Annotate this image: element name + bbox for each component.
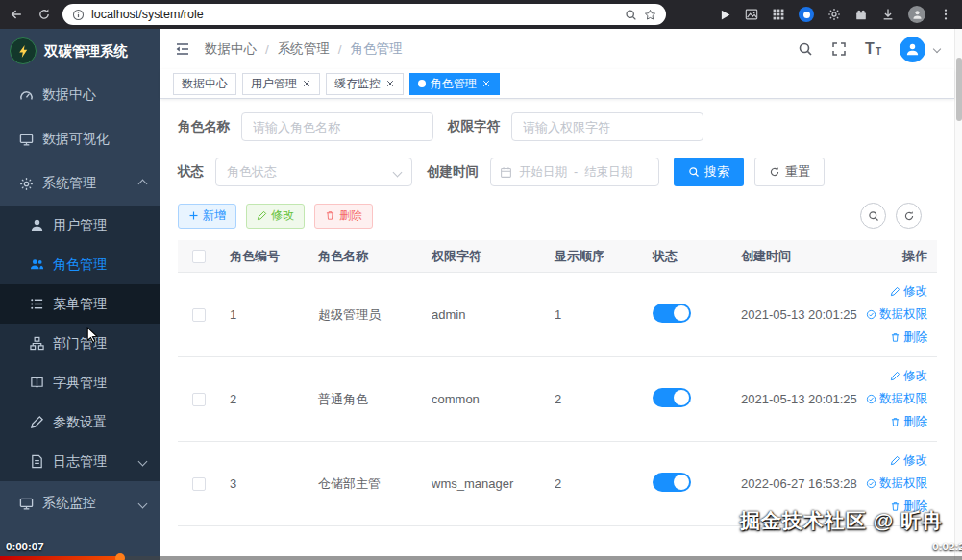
tab-label: 用户管理: [251, 76, 297, 92]
search-button[interactable]: 搜索: [674, 158, 744, 186]
zoom-icon[interactable]: [625, 9, 637, 21]
tab-close-icon[interactable]: [385, 79, 395, 88]
play-icon[interactable]: [719, 9, 731, 21]
select-all-checkbox[interactable]: [192, 250, 206, 263]
edit-icon: [30, 415, 44, 429]
video-progress-bar[interactable]: [0, 556, 962, 560]
back-icon[interactable]: [10, 8, 23, 21]
row-delete-link[interactable]: 删除: [890, 329, 927, 346]
fullscreen-icon[interactable]: [831, 41, 847, 57]
app-logo: 双碳管理系统: [0, 29, 160, 73]
row-edit-link[interactable]: 修改: [890, 452, 927, 469]
more-menu-icon[interactable]: [939, 8, 952, 21]
reload-icon[interactable]: [37, 8, 51, 21]
breadcrumb-separator: /: [265, 42, 269, 57]
tab-user-mgmt[interactable]: 用户管理: [242, 73, 320, 95]
toggle-search-button[interactable]: [860, 203, 886, 229]
perm-cell: wms_manager: [422, 476, 545, 491]
sidebar-item-label: 字典管理: [53, 375, 107, 392]
tab-close-icon[interactable]: [302, 79, 311, 88]
status-toggle[interactable]: [653, 388, 691, 407]
sidebar-item-dept-mgmt[interactable]: 部门管理: [0, 324, 160, 363]
row-select-cell: [178, 308, 220, 322]
row-edit-link[interactable]: 修改: [890, 368, 927, 384]
delete-button[interactable]: 删除: [314, 204, 373, 229]
row-actions-cell: 修改 数据权限 删除: [860, 368, 937, 430]
monitor-icon: [19, 497, 34, 511]
chevron-down-icon: [393, 167, 403, 177]
perm-label: 权限字符: [448, 118, 500, 135]
video-total-time: 0:02:23: [932, 541, 962, 552]
downloads-icon[interactable]: [881, 8, 895, 21]
plus-icon: [188, 210, 199, 221]
role-id-cell: 1: [220, 307, 308, 322]
sidebar-item-dict-mgmt[interactable]: 字典管理: [0, 363, 160, 402]
status-select[interactable]: 角色状态: [215, 158, 412, 186]
role-name-input[interactable]: [241, 112, 433, 141]
tab-data-center[interactable]: 数据中心: [173, 73, 236, 95]
settings-gear-icon[interactable]: [827, 8, 841, 21]
breadcrumb-item[interactable]: 数据中心: [205, 40, 257, 58]
search-icon[interactable]: [798, 41, 813, 57]
images-icon[interactable]: [745, 8, 758, 21]
bookmark-star-icon[interactable]: [644, 9, 656, 21]
user-avatar[interactable]: [900, 37, 925, 62]
breadcrumb-item[interactable]: 系统管理: [278, 40, 330, 58]
video-progress-fill: [0, 556, 120, 560]
status-toggle[interactable]: [653, 473, 691, 492]
perm-cell: common: [422, 392, 545, 406]
date-range-picker[interactable]: 开始日期 - 结束日期: [490, 158, 659, 186]
sidebar-item-user-mgmt[interactable]: 用户管理: [0, 206, 160, 245]
sidebar-item-system-monitor[interactable]: 系统监控: [0, 481, 160, 525]
add-button[interactable]: 新增: [178, 204, 236, 229]
tab-cache-monitor[interactable]: 缓存监控: [326, 73, 404, 95]
date-separator: -: [574, 165, 578, 179]
perm-input[interactable]: [511, 112, 703, 141]
tab-label: 数据中心: [182, 76, 228, 92]
page-scrollbar[interactable]: [954, 29, 962, 560]
row-data-scope-link[interactable]: 数据权限: [866, 391, 927, 407]
apps-grid-icon[interactable]: [772, 8, 785, 21]
roles-table: 角色编号 角色名称 权限字符 显示顺序 状态 创建时间 操作 1 超级管理员 a…: [178, 240, 937, 526]
sidebar-item-system-mgmt[interactable]: 系统管理: [0, 161, 160, 206]
sidebar-item-label: 系统管理: [42, 175, 96, 192]
row-data-scope-link[interactable]: 数据权限: [866, 306, 927, 323]
sidebar-item-role-mgmt[interactable]: 角色管理: [0, 245, 160, 284]
row-checkbox[interactable]: [192, 308, 206, 322]
row-checkbox[interactable]: [192, 393, 206, 406]
sidebar-item-data-center[interactable]: 数据中心: [0, 73, 160, 117]
reset-button[interactable]: 重置: [754, 158, 825, 186]
sidebar-item-log-mgmt[interactable]: 日志管理: [0, 442, 160, 481]
edit-button[interactable]: 修改: [246, 204, 305, 229]
row-edit-label: 修改: [903, 283, 927, 300]
video-progress-knob[interactable]: [115, 553, 125, 560]
reset-button-label: 重置: [785, 163, 810, 181]
scrollbar-thumb[interactable]: [956, 58, 962, 121]
status-select-placeholder: 角色状态: [227, 163, 277, 181]
pencil-icon: [890, 286, 900, 297]
breadcrumb-current: 角色管理: [351, 40, 403, 58]
refresh-table-button[interactable]: [896, 203, 922, 229]
extensions-icon[interactable]: [854, 8, 868, 21]
status-label: 状态: [178, 163, 204, 181]
tab-label: 缓存监控: [334, 76, 381, 92]
row-delete-link[interactable]: 删除: [890, 414, 927, 430]
blue-badge-icon[interactable]: [799, 7, 814, 22]
sidebar-item-menu-mgmt[interactable]: 菜单管理: [0, 284, 160, 324]
sidebar-fold-icon[interactable]: [175, 41, 190, 57]
row-checkbox[interactable]: [192, 477, 206, 491]
row-edit-link[interactable]: 修改: [890, 283, 927, 300]
log-icon: [30, 454, 44, 469]
address-bar[interactable]: localhost/system/role: [62, 4, 666, 25]
browser-profile-avatar[interactable]: [908, 6, 925, 23]
sidebar-item-data-viz[interactable]: 数据可视化: [0, 117, 160, 161]
status-toggle[interactable]: [653, 304, 691, 323]
font-size-icon[interactable]: [865, 41, 881, 57]
site-info-icon[interactable]: [72, 9, 85, 21]
tab-close-icon[interactable]: [481, 79, 491, 88]
tab-role-mgmt[interactable]: 角色管理: [409, 73, 500, 95]
row-data-scope-link[interactable]: 数据权限: [866, 475, 927, 492]
user-menu[interactable]: [900, 37, 940, 62]
sidebar-item-label: 角色管理: [53, 256, 107, 274]
sidebar-item-param-settings[interactable]: 参数设置: [0, 402, 160, 442]
